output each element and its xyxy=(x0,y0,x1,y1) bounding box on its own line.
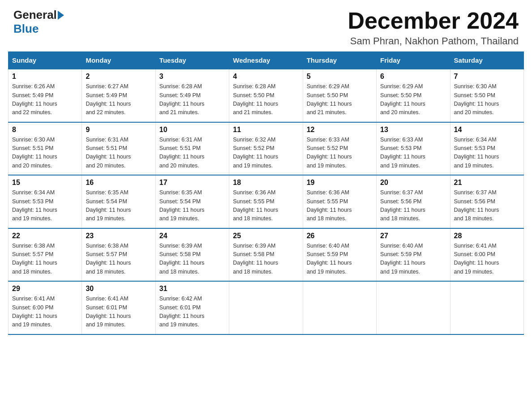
day-info: Sunrise: 6:27 AMSunset: 5:49 PMDaylight:… xyxy=(86,82,151,117)
day-headers-row: SundayMondayTuesdayWednesdayThursdayFrid… xyxy=(9,52,524,69)
day-info: Sunrise: 6:32 AMSunset: 5:52 PMDaylight:… xyxy=(233,136,299,171)
day-header-thursday: Thursday xyxy=(303,52,376,69)
day-info: Sunrise: 6:39 AMSunset: 5:58 PMDaylight:… xyxy=(233,242,299,277)
day-number: 29 xyxy=(12,285,78,293)
day-info: Sunrise: 6:31 AMSunset: 5:51 PMDaylight:… xyxy=(159,136,225,171)
day-number: 23 xyxy=(86,232,151,240)
day-cell: 22Sunrise: 6:38 AMSunset: 5:57 PMDayligh… xyxy=(9,228,82,282)
day-number: 11 xyxy=(233,126,299,134)
day-header-tuesday: Tuesday xyxy=(155,52,229,69)
day-info: Sunrise: 6:34 AMSunset: 5:53 PMDaylight:… xyxy=(12,188,78,223)
logo-blue-text: Blue xyxy=(13,22,39,36)
day-number: 19 xyxy=(307,179,373,187)
title-area: December 2024 Sam Phran, Nakhon Pathom, … xyxy=(348,8,519,47)
day-info: Sunrise: 6:40 AMSunset: 5:59 PMDaylight:… xyxy=(380,242,446,277)
day-number: 28 xyxy=(454,232,520,240)
day-info: Sunrise: 6:34 AMSunset: 5:53 PMDaylight:… xyxy=(454,136,520,171)
day-cell: 12Sunrise: 6:33 AMSunset: 5:52 PMDayligh… xyxy=(303,122,376,176)
day-header-sunday: Sunday xyxy=(9,52,82,69)
day-info: Sunrise: 6:42 AMSunset: 6:01 PMDaylight:… xyxy=(159,295,225,330)
day-number: 12 xyxy=(307,126,373,134)
day-number: 6 xyxy=(380,73,446,81)
day-cell: 31Sunrise: 6:42 AMSunset: 6:01 PMDayligh… xyxy=(155,281,229,334)
day-number: 9 xyxy=(86,126,151,134)
day-info: Sunrise: 6:35 AMSunset: 5:54 PMDaylight:… xyxy=(159,188,225,223)
day-info: Sunrise: 6:30 AMSunset: 5:51 PMDaylight:… xyxy=(12,136,78,171)
day-number: 31 xyxy=(159,285,225,293)
week-row-2: 8Sunrise: 6:30 AMSunset: 5:51 PMDaylight… xyxy=(9,122,524,176)
day-cell: 27Sunrise: 6:40 AMSunset: 5:59 PMDayligh… xyxy=(377,228,450,282)
day-cell: 9Sunrise: 6:31 AMSunset: 5:51 PMDaylight… xyxy=(82,122,155,176)
calendar-wrap: SundayMondayTuesdayWednesdayThursdayFrid… xyxy=(0,51,532,343)
location-subtitle: Sam Phran, Nakhon Pathom, Thailand xyxy=(348,35,519,47)
day-cell: 3Sunrise: 6:28 AMSunset: 5:49 PMDaylight… xyxy=(155,69,229,122)
day-info: Sunrise: 6:29 AMSunset: 5:50 PMDaylight:… xyxy=(307,82,373,117)
day-info: Sunrise: 6:38 AMSunset: 5:57 PMDaylight:… xyxy=(86,242,151,277)
day-header-saturday: Saturday xyxy=(450,52,523,69)
day-cell: 24Sunrise: 6:39 AMSunset: 5:58 PMDayligh… xyxy=(155,228,229,282)
day-info: Sunrise: 6:38 AMSunset: 5:57 PMDaylight:… xyxy=(12,242,78,277)
day-header-wednesday: Wednesday xyxy=(229,52,303,69)
calendar-body: 1Sunrise: 6:26 AMSunset: 5:49 PMDaylight… xyxy=(9,69,524,334)
day-info: Sunrise: 6:37 AMSunset: 5:56 PMDaylight:… xyxy=(454,188,520,223)
day-number: 17 xyxy=(159,179,225,187)
day-cell: 10Sunrise: 6:31 AMSunset: 5:51 PMDayligh… xyxy=(155,122,229,176)
day-number: 27 xyxy=(380,232,446,240)
week-row-5: 29Sunrise: 6:41 AMSunset: 6:00 PMDayligh… xyxy=(9,281,524,334)
day-cell: 26Sunrise: 6:40 AMSunset: 5:59 PMDayligh… xyxy=(303,228,376,282)
month-title: December 2024 xyxy=(348,8,519,34)
day-info: Sunrise: 6:41 AMSunset: 6:00 PMDaylight:… xyxy=(454,242,520,277)
day-cell: 5Sunrise: 6:29 AMSunset: 5:50 PMDaylight… xyxy=(303,69,376,122)
logo-triangle-icon xyxy=(58,11,64,20)
day-number: 1 xyxy=(12,73,78,81)
logo-general-text: General xyxy=(13,8,57,22)
day-number: 22 xyxy=(12,232,78,240)
day-cell xyxy=(303,281,376,334)
day-number: 20 xyxy=(380,179,446,187)
day-cell: 1Sunrise: 6:26 AMSunset: 5:49 PMDaylight… xyxy=(9,69,82,122)
day-info: Sunrise: 6:33 AMSunset: 5:53 PMDaylight:… xyxy=(380,136,446,171)
day-number: 13 xyxy=(380,126,446,134)
day-number: 15 xyxy=(12,179,78,187)
day-number: 25 xyxy=(233,232,299,240)
logo: General Blue xyxy=(13,8,65,36)
day-number: 10 xyxy=(159,126,225,134)
day-cell: 29Sunrise: 6:41 AMSunset: 6:00 PMDayligh… xyxy=(9,281,82,334)
week-row-1: 1Sunrise: 6:26 AMSunset: 5:49 PMDaylight… xyxy=(9,69,524,122)
day-info: Sunrise: 6:41 AMSunset: 6:01 PMDaylight:… xyxy=(86,295,151,330)
day-number: 16 xyxy=(86,179,151,187)
day-cell: 30Sunrise: 6:41 AMSunset: 6:01 PMDayligh… xyxy=(82,281,155,334)
day-cell: 7Sunrise: 6:30 AMSunset: 5:50 PMDaylight… xyxy=(450,69,523,122)
day-number: 7 xyxy=(454,73,520,81)
calendar-table: SundayMondayTuesdayWednesdayThursdayFrid… xyxy=(8,51,524,335)
day-cell: 23Sunrise: 6:38 AMSunset: 5:57 PMDayligh… xyxy=(82,228,155,282)
day-info: Sunrise: 6:37 AMSunset: 5:56 PMDaylight:… xyxy=(380,188,446,223)
day-cell xyxy=(229,281,303,334)
day-info: Sunrise: 6:40 AMSunset: 5:59 PMDaylight:… xyxy=(307,242,373,277)
day-cell: 2Sunrise: 6:27 AMSunset: 5:49 PMDaylight… xyxy=(82,69,155,122)
day-info: Sunrise: 6:33 AMSunset: 5:52 PMDaylight:… xyxy=(307,136,373,171)
day-number: 26 xyxy=(307,232,373,240)
day-info: Sunrise: 6:28 AMSunset: 5:50 PMDaylight:… xyxy=(233,82,299,117)
day-number: 21 xyxy=(454,179,520,187)
day-number: 5 xyxy=(307,73,373,81)
day-number: 3 xyxy=(159,73,225,81)
day-header-monday: Monday xyxy=(82,52,155,69)
day-info: Sunrise: 6:31 AMSunset: 5:51 PMDaylight:… xyxy=(86,136,151,171)
day-number: 8 xyxy=(12,126,78,134)
page-header: General Blue December 2024 Sam Phran, Na… xyxy=(0,0,532,51)
day-info: Sunrise: 6:39 AMSunset: 5:58 PMDaylight:… xyxy=(159,242,225,277)
day-cell: 8Sunrise: 6:30 AMSunset: 5:51 PMDaylight… xyxy=(9,122,82,176)
day-cell: 4Sunrise: 6:28 AMSunset: 5:50 PMDaylight… xyxy=(229,69,303,122)
day-info: Sunrise: 6:30 AMSunset: 5:50 PMDaylight:… xyxy=(454,82,520,117)
day-info: Sunrise: 6:36 AMSunset: 5:55 PMDaylight:… xyxy=(233,188,299,223)
day-cell: 25Sunrise: 6:39 AMSunset: 5:58 PMDayligh… xyxy=(229,228,303,282)
day-number: 30 xyxy=(86,285,151,293)
day-cell: 20Sunrise: 6:37 AMSunset: 5:56 PMDayligh… xyxy=(377,175,450,228)
day-info: Sunrise: 6:26 AMSunset: 5:49 PMDaylight:… xyxy=(12,82,78,117)
day-info: Sunrise: 6:41 AMSunset: 6:00 PMDaylight:… xyxy=(12,295,78,330)
day-header-friday: Friday xyxy=(377,52,450,69)
day-cell: 11Sunrise: 6:32 AMSunset: 5:52 PMDayligh… xyxy=(229,122,303,176)
day-cell: 28Sunrise: 6:41 AMSunset: 6:00 PMDayligh… xyxy=(450,228,523,282)
day-cell: 6Sunrise: 6:29 AMSunset: 5:50 PMDaylight… xyxy=(377,69,450,122)
